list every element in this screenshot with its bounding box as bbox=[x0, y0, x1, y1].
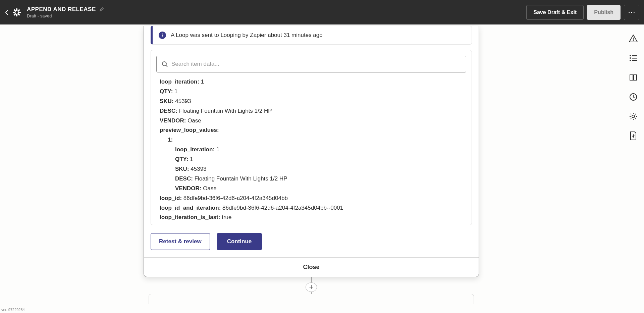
header-left: APPEND AND RELEASE Draft - saved bbox=[5, 6, 104, 18]
list-icon[interactable] bbox=[629, 53, 638, 63]
data-key-value-view[interactable]: loop_iteration: 1 QTY: 1 SKU: 45393 DESC… bbox=[156, 76, 466, 220]
svg-rect-1 bbox=[16, 14, 17, 16]
svg-rect-11 bbox=[632, 55, 637, 56]
zap-status: Draft - saved bbox=[27, 13, 104, 18]
editor-canvas[interactable]: i A Loop was sent to Looping by Zapier a… bbox=[0, 24, 623, 313]
right-rail bbox=[623, 24, 644, 313]
info-icon: i bbox=[159, 32, 166, 39]
svg-rect-2 bbox=[13, 12, 15, 13]
svg-point-12 bbox=[630, 57, 631, 59]
kv-row: DESC: Floating Fountain With Lights 1/2 … bbox=[160, 174, 466, 184]
plus-icon: + bbox=[309, 283, 314, 292]
kv-row: VENDOR: Oase bbox=[160, 184, 466, 194]
add-step-button[interactable]: + bbox=[306, 282, 317, 292]
gear-icon[interactable] bbox=[629, 112, 638, 121]
kv-row: loop_iteration: 1 bbox=[160, 77, 466, 87]
svg-point-14 bbox=[630, 60, 631, 61]
kv-row: SKU: 45393 bbox=[160, 97, 466, 106]
action-row: Retest & review Continue bbox=[151, 233, 472, 250]
banner-text: A Loop was sent to Looping by Zapier abo… bbox=[171, 32, 323, 39]
clock-icon[interactable] bbox=[629, 92, 638, 102]
next-step-card[interactable] bbox=[149, 294, 474, 304]
more-horizontal-icon: ⋯ bbox=[628, 8, 635, 17]
svg-rect-3 bbox=[18, 12, 21, 13]
svg-rect-5 bbox=[13, 13, 16, 15]
svg-rect-0 bbox=[16, 8, 17, 11]
publish-button[interactable]: Publish bbox=[587, 5, 621, 20]
search-box[interactable] bbox=[156, 56, 466, 72]
svg-rect-6 bbox=[13, 9, 16, 12]
close-button[interactable]: Close bbox=[144, 257, 479, 277]
svg-point-18 bbox=[162, 62, 166, 66]
retest-review-button[interactable]: Retest & review bbox=[151, 233, 210, 250]
search-input[interactable] bbox=[171, 61, 461, 67]
kv-row: VENDOR: Oase bbox=[160, 116, 466, 126]
zap-title[interactable]: APPEND AND RELEASE bbox=[27, 6, 96, 13]
kv-row: loop_iteration_is_last: true bbox=[160, 213, 466, 220]
version-label: ver. 97229284 bbox=[1, 308, 25, 312]
step-panel: i A Loop was sent to Looping by Zapier a… bbox=[144, 26, 479, 277]
continue-button[interactable]: Continue bbox=[217, 233, 262, 250]
top-header: APPEND AND RELEASE Draft - saved Save Dr… bbox=[0, 0, 644, 24]
kv-row: loop_iteration: 1 bbox=[160, 145, 466, 155]
svg-rect-15 bbox=[632, 60, 637, 61]
kv-row: 1: bbox=[160, 135, 466, 145]
alert-triangle-icon[interactable] bbox=[629, 34, 638, 43]
header-right: Save Draft & Exit Publish ⋯ bbox=[526, 5, 639, 20]
edit-title-icon[interactable] bbox=[99, 7, 104, 12]
data-card: loop_iteration: 1 QTY: 1 SKU: 45393 DESC… bbox=[151, 50, 472, 225]
kv-row: SKU: 45393 bbox=[160, 164, 466, 174]
title-block: APPEND AND RELEASE Draft - saved bbox=[27, 6, 104, 18]
kv-row: preview_loop_values: bbox=[160, 125, 466, 135]
kv-row: DESC: Floating Fountain With Lights 1/2 … bbox=[160, 106, 466, 116]
svg-rect-4 bbox=[17, 9, 20, 12]
more-menu-button[interactable]: ⋯ bbox=[624, 5, 639, 20]
svg-rect-13 bbox=[632, 58, 637, 59]
svg-point-9 bbox=[633, 40, 634, 41]
kv-row: loop_id: 86dfe9bd-36f6-42d6-a204-4f2a345… bbox=[160, 194, 466, 203]
kv-row: QTY: 1 bbox=[160, 155, 466, 164]
zap-title-row: APPEND AND RELEASE bbox=[27, 6, 104, 13]
step-connector: + bbox=[144, 277, 479, 294]
zapier-logo-icon bbox=[12, 8, 21, 17]
back-button[interactable] bbox=[5, 9, 9, 15]
svg-point-17 bbox=[632, 115, 635, 118]
svg-line-19 bbox=[166, 65, 167, 67]
kv-row: QTY: 1 bbox=[160, 87, 466, 97]
connector-line bbox=[311, 277, 312, 282]
bolt-file-icon[interactable] bbox=[629, 131, 638, 141]
kv-row: loop_id_and_iteration: 86dfe9bd-36f6-42d… bbox=[160, 203, 466, 213]
search-icon bbox=[161, 61, 168, 67]
book-icon[interactable] bbox=[629, 73, 638, 82]
save-draft-exit-button[interactable]: Save Draft & Exit bbox=[526, 5, 584, 20]
connector-line bbox=[311, 292, 312, 294]
svg-point-10 bbox=[630, 55, 631, 56]
test-result-banner: i A Loop was sent to Looping by Zapier a… bbox=[151, 26, 472, 45]
svg-rect-7 bbox=[17, 13, 20, 15]
